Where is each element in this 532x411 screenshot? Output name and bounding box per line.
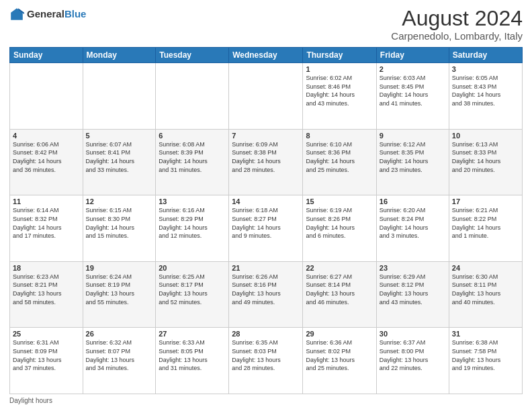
header: GeneralBlue August 2024 Carpenedolo, Lom… <box>9 7 523 42</box>
day-number: 30 <box>380 330 446 338</box>
day-info: Sunrise: 6:05 AM Sunset: 8:43 PM Dayligh… <box>452 74 519 107</box>
weekday-header: Friday <box>376 48 449 63</box>
page: GeneralBlue August 2024 Carpenedolo, Lom… <box>0 0 532 411</box>
footer-text: Daylight hours <box>9 397 52 404</box>
day-number: 16 <box>380 197 446 205</box>
day-info: Sunrise: 6:26 AM Sunset: 8:16 PM Dayligh… <box>232 273 300 306</box>
day-info: Sunrise: 6:33 AM Sunset: 8:05 PM Dayligh… <box>159 338 226 372</box>
calendar-week-row: 1Sunrise: 6:02 AM Sunset: 8:46 PM Daylig… <box>10 63 523 130</box>
calendar-cell: 8Sunrise: 6:10 AM Sunset: 8:36 PM Daylig… <box>303 129 376 195</box>
day-info: Sunrise: 6:37 AM Sunset: 8:00 PM Dayligh… <box>380 338 446 372</box>
logo-general: General <box>27 8 64 19</box>
weekday-header: Tuesday <box>156 48 229 63</box>
logo: GeneralBlue <box>9 7 86 21</box>
calendar-cell: 12Sunrise: 6:15 AM Sunset: 8:30 PM Dayli… <box>83 195 156 262</box>
calendar-cell: 17Sunrise: 6:21 AM Sunset: 8:22 PM Dayli… <box>449 195 522 262</box>
calendar: SundayMondayTuesdayWednesdayThursdayFrid… <box>9 47 523 394</box>
day-number: 15 <box>306 197 373 205</box>
day-number: 12 <box>86 197 153 205</box>
day-info: Sunrise: 6:30 AM Sunset: 8:11 PM Dayligh… <box>452 273 519 306</box>
calendar-cell: 5Sunrise: 6:07 AM Sunset: 8:41 PM Daylig… <box>83 129 156 195</box>
day-number: 6 <box>159 132 226 140</box>
calendar-cell <box>229 63 303 130</box>
calendar-cell: 2Sunrise: 6:03 AM Sunset: 8:45 PM Daylig… <box>376 63 449 130</box>
calendar-cell: 16Sunrise: 6:20 AM Sunset: 8:24 PM Dayli… <box>376 195 449 262</box>
day-info: Sunrise: 6:03 AM Sunset: 8:45 PM Dayligh… <box>380 74 446 107</box>
day-info: Sunrise: 6:20 AM Sunset: 8:24 PM Dayligh… <box>380 206 446 240</box>
weekday-header: Wednesday <box>229 48 303 63</box>
calendar-cell: 18Sunrise: 6:23 AM Sunset: 8:21 PM Dayli… <box>10 261 83 328</box>
calendar-cell <box>10 63 83 130</box>
day-info: Sunrise: 6:25 AM Sunset: 8:17 PM Dayligh… <box>159 273 226 306</box>
logo-text: GeneralBlue <box>27 8 86 20</box>
day-info: Sunrise: 6:24 AM Sunset: 8:19 PM Dayligh… <box>86 273 153 306</box>
day-number: 8 <box>306 132 373 140</box>
calendar-cell <box>83 63 156 130</box>
calendar-cell: 31Sunrise: 6:38 AM Sunset: 7:58 PM Dayli… <box>449 328 522 394</box>
footer: Daylight hours <box>9 397 523 404</box>
day-number: 23 <box>380 264 446 272</box>
calendar-cell: 30Sunrise: 6:37 AM Sunset: 8:00 PM Dayli… <box>376 328 449 394</box>
calendar-cell: 4Sunrise: 6:06 AM Sunset: 8:42 PM Daylig… <box>10 129 83 195</box>
calendar-cell: 20Sunrise: 6:25 AM Sunset: 8:17 PM Dayli… <box>156 261 229 328</box>
subtitle: Carpenedolo, Lombardy, Italy <box>391 30 523 42</box>
day-info: Sunrise: 6:02 AM Sunset: 8:46 PM Dayligh… <box>306 74 373 107</box>
calendar-week-row: 11Sunrise: 6:14 AM Sunset: 8:32 PM Dayli… <box>10 195 523 262</box>
day-info: Sunrise: 6:12 AM Sunset: 8:35 PM Dayligh… <box>380 140 446 174</box>
logo-icon <box>9 7 24 21</box>
day-info: Sunrise: 6:21 AM Sunset: 8:22 PM Dayligh… <box>452 206 519 240</box>
day-number: 7 <box>232 132 300 140</box>
day-number: 3 <box>452 65 519 73</box>
day-number: 9 <box>380 132 446 140</box>
calendar-cell: 21Sunrise: 6:26 AM Sunset: 8:16 PM Dayli… <box>229 261 303 328</box>
calendar-week-row: 4Sunrise: 6:06 AM Sunset: 8:42 PM Daylig… <box>10 129 523 195</box>
day-number: 21 <box>232 264 300 272</box>
main-title: August 2024 <box>391 7 523 30</box>
weekday-header: Saturday <box>449 48 522 63</box>
calendar-cell: 1Sunrise: 6:02 AM Sunset: 8:46 PM Daylig… <box>303 63 376 130</box>
day-number: 1 <box>306 65 373 73</box>
day-info: Sunrise: 6:23 AM Sunset: 8:21 PM Dayligh… <box>13 273 80 306</box>
day-number: 27 <box>159 330 226 338</box>
day-number: 31 <box>452 330 519 338</box>
calendar-cell: 14Sunrise: 6:18 AM Sunset: 8:27 PM Dayli… <box>229 195 303 262</box>
day-number: 26 <box>86 330 153 338</box>
day-info: Sunrise: 6:27 AM Sunset: 8:14 PM Dayligh… <box>306 273 373 306</box>
day-info: Sunrise: 6:18 AM Sunset: 8:27 PM Dayligh… <box>232 206 300 240</box>
day-info: Sunrise: 6:36 AM Sunset: 8:02 PM Dayligh… <box>306 338 373 372</box>
day-info: Sunrise: 6:32 AM Sunset: 8:07 PM Dayligh… <box>86 338 153 372</box>
calendar-cell: 24Sunrise: 6:30 AM Sunset: 8:11 PM Dayli… <box>449 261 522 328</box>
day-info: Sunrise: 6:08 AM Sunset: 8:39 PM Dayligh… <box>159 140 226 174</box>
day-number: 5 <box>86 132 153 140</box>
day-number: 10 <box>452 132 519 140</box>
day-number: 29 <box>306 330 373 338</box>
calendar-cell: 3Sunrise: 6:05 AM Sunset: 8:43 PM Daylig… <box>449 63 522 130</box>
calendar-cell: 11Sunrise: 6:14 AM Sunset: 8:32 PM Dayli… <box>10 195 83 262</box>
day-info: Sunrise: 6:35 AM Sunset: 8:03 PM Dayligh… <box>232 338 300 372</box>
day-number: 24 <box>452 264 519 272</box>
day-info: Sunrise: 6:19 AM Sunset: 8:26 PM Dayligh… <box>306 206 373 240</box>
header-row: SundayMondayTuesdayWednesdayThursdayFrid… <box>10 48 523 63</box>
calendar-cell: 19Sunrise: 6:24 AM Sunset: 8:19 PM Dayli… <box>83 261 156 328</box>
day-info: Sunrise: 6:29 AM Sunset: 8:12 PM Dayligh… <box>380 273 446 306</box>
calendar-cell: 28Sunrise: 6:35 AM Sunset: 8:03 PM Dayli… <box>229 328 303 394</box>
day-info: Sunrise: 6:31 AM Sunset: 8:09 PM Dayligh… <box>13 338 80 372</box>
day-number: 17 <box>452 197 519 205</box>
day-number: 14 <box>232 197 300 205</box>
day-info: Sunrise: 6:09 AM Sunset: 8:38 PM Dayligh… <box>232 140 300 174</box>
weekday-header: Monday <box>83 48 156 63</box>
calendar-cell: 25Sunrise: 6:31 AM Sunset: 8:09 PM Dayli… <box>10 328 83 394</box>
calendar-cell: 10Sunrise: 6:13 AM Sunset: 8:33 PM Dayli… <box>449 129 522 195</box>
day-info: Sunrise: 6:13 AM Sunset: 8:33 PM Dayligh… <box>452 140 519 174</box>
day-number: 28 <box>232 330 300 338</box>
calendar-cell: 26Sunrise: 6:32 AM Sunset: 8:07 PM Dayli… <box>83 328 156 394</box>
day-number: 22 <box>306 264 373 272</box>
day-info: Sunrise: 6:06 AM Sunset: 8:42 PM Dayligh… <box>13 140 80 174</box>
calendar-cell: 15Sunrise: 6:19 AM Sunset: 8:26 PM Dayli… <box>303 195 376 262</box>
day-number: 20 <box>159 264 226 272</box>
day-info: Sunrise: 6:14 AM Sunset: 8:32 PM Dayligh… <box>13 206 80 240</box>
calendar-cell: 29Sunrise: 6:36 AM Sunset: 8:02 PM Dayli… <box>303 328 376 394</box>
day-number: 4 <box>13 132 80 140</box>
calendar-cell: 7Sunrise: 6:09 AM Sunset: 8:38 PM Daylig… <box>229 129 303 195</box>
day-number: 19 <box>86 264 153 272</box>
